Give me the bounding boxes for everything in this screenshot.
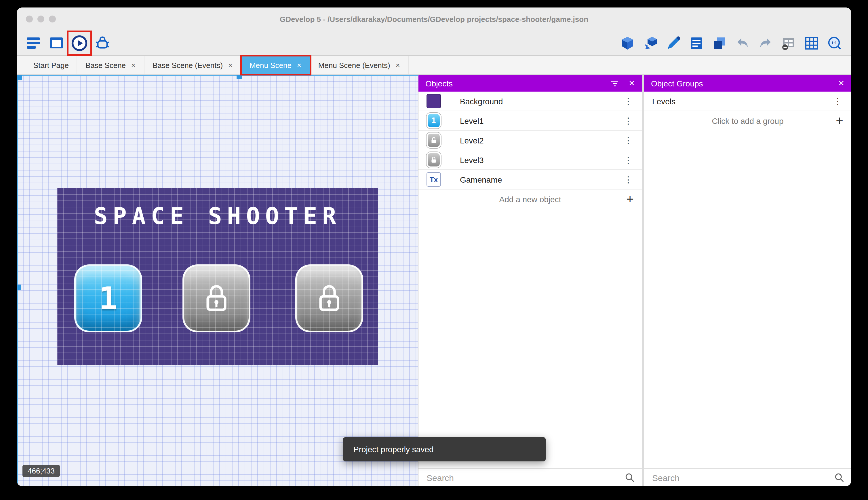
search-icon [624,472,635,483]
cursor-coordinates: 466;433 [22,465,60,477]
row-menu-icon[interactable]: ⋮ [832,96,843,106]
minimize-window-button[interactable] [37,15,44,22]
lock-icon [426,133,441,147]
window-icon[interactable] [48,34,65,52]
object-label: Level2 [460,136,623,145]
object-row-level2[interactable]: Level2 ⋮ [419,131,642,150]
group-row-levels[interactable]: Levels ⋮ [644,92,851,111]
screenshot-stage: GDevelop 5 - /Users/dkarakay/Documents/G… [0,0,868,500]
game-title-text[interactable]: SPACE SHOOTER [57,203,378,229]
vertical-scrollbar[interactable] [17,75,18,486]
object-groups-panel: Object Groups ✕ Levels ⋮ Click to add a … [642,75,851,486]
object-label: Gamename [460,175,623,184]
tab-label: Start Page [33,61,69,69]
edit-pencil-icon[interactable] [665,34,682,52]
close-icon[interactable]: ✕ [629,79,635,88]
objects-search-bar [419,468,642,486]
objects-editor-icon[interactable] [619,34,636,52]
save-toast: Project properly saved [343,437,546,462]
object-row-level1[interactable]: Level1 ⋮ [419,111,642,131]
row-menu-icon[interactable]: ⋮ [623,96,634,106]
scrollbar-corner [17,75,22,80]
object-groups-panel-title: Object Groups [651,79,829,88]
undo-icon[interactable] [734,34,751,52]
debugger-icon[interactable] [94,34,111,52]
tab-menu-scene[interactable]: Menu Scene ✕ [242,56,310,74]
grid-icon[interactable] [803,34,820,52]
window-controls [26,15,56,22]
groups-search-bar [644,468,851,486]
gdevelop-window: GDevelop 5 - /Users/dkarakay/Documents/G… [17,8,851,486]
add-group-button[interactable]: Click to add a group + [644,111,851,131]
row-menu-icon[interactable]: ⋮ [623,174,634,185]
tab-close-icon[interactable]: ✕ [396,62,400,68]
close-window-button[interactable] [26,15,33,22]
add-new-object-button[interactable]: Add a new object + [419,190,642,209]
filter-icon[interactable] [610,79,619,88]
object-label: Level1 [460,116,623,125]
title-bar: GDevelop 5 - /Users/dkarakay/Documents/G… [17,8,851,31]
tab-bar: Start Page Base Scene ✕ Base Scene (Even… [17,56,851,75]
lock-icon [313,282,345,315]
level3-locked-button[interactable] [295,264,363,332]
zoom-1-1-icon[interactable]: 1:1 [826,34,843,52]
properties-icon[interactable] [688,34,705,52]
toolbar-left-group [25,34,111,52]
tab-label: Base Scene [85,61,126,69]
horizontal-scroll-thumb[interactable] [237,75,242,79]
instances-list-icon[interactable] [780,34,797,52]
lock-icon [200,282,233,315]
tab-label: Menu Scene [249,61,292,69]
project-manager-icon[interactable] [25,34,42,52]
vertical-scroll-thumb[interactable] [17,285,21,290]
object-groups-panel-header: Object Groups ✕ [644,75,851,92]
level1-object-icon [426,113,441,128]
play-preview-icon[interactable] [71,34,88,52]
level1-button[interactable]: 1 [74,264,142,332]
level1-number: 1 [99,280,117,317]
lock-icon [426,153,441,167]
window-title: GDevelop 5 - /Users/dkarakay/Documents/G… [280,15,588,23]
horizontal-scrollbar[interactable] [17,75,418,76]
add-group-label: Click to add a group [712,116,783,126]
menu-scene-preview[interactable]: SPACE SHOOTER 1 [57,188,378,365]
editor-content: SPACE SHOOTER 1 466;433 [17,75,851,486]
object-row-gamename[interactable]: Gamename ⋮ [419,170,642,190]
object-label: Level3 [460,155,623,164]
svg-text:1:1: 1:1 [831,40,837,45]
tab-base-scene[interactable]: Base Scene ✕ [78,56,144,74]
tab-menu-scene-events[interactable]: Menu Scene (Events) ✕ [310,56,409,74]
row-menu-icon[interactable]: ⋮ [623,155,634,165]
objects-panel-title: Objects [425,79,601,88]
tab-base-scene-events[interactable]: Base Scene (Events) ✕ [144,56,242,74]
plus-icon[interactable]: + [836,115,843,127]
toolbar-right-group: 1:1 [619,34,843,52]
scene-canvas[interactable]: SPACE SHOOTER 1 466;433 [17,75,418,486]
objects-search-input[interactable] [425,472,624,483]
row-menu-icon[interactable]: ⋮ [623,135,634,146]
text-object-icon [426,172,441,186]
close-icon[interactable]: ✕ [838,79,844,88]
tab-label: Base Scene (Events) [153,61,223,69]
tab-start-page[interactable]: Start Page [25,56,78,74]
level2-locked-button[interactable] [183,264,250,332]
toast-message: Project properly saved [353,445,434,454]
groups-search-input[interactable] [651,472,834,483]
instances-editor-icon[interactable] [642,34,659,52]
row-menu-icon[interactable]: ⋮ [623,115,634,126]
tab-label: Menu Scene (Events) [318,61,390,69]
redo-icon[interactable] [757,34,774,52]
objects-panel-header: Objects ✕ [419,75,642,92]
tab-close-icon[interactable]: ✕ [131,62,136,68]
layers-icon[interactable] [711,34,728,52]
main-toolbar: 1:1 [17,31,851,56]
object-label: Background [460,96,623,106]
plus-icon[interactable]: + [626,193,634,206]
zoom-window-button[interactable] [49,15,56,22]
tab-close-icon[interactable]: ✕ [297,62,302,68]
object-row-level3[interactable]: Level3 ⋮ [419,150,642,170]
objects-panel: Objects ✕ Background ⋮ Level1 ⋮ [418,75,642,486]
tab-close-icon[interactable]: ✕ [228,62,233,68]
object-row-background[interactable]: Background ⋮ [419,92,642,111]
add-object-label: Add a new object [499,195,561,204]
